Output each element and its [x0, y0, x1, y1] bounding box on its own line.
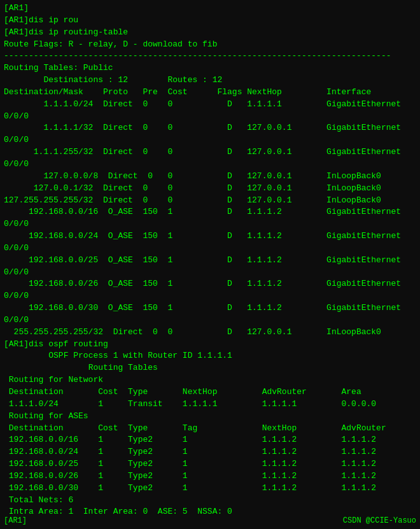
terminal-line: 1.1.1.255/32 Direct 0 0 D 127.0.0.1 Giga…: [4, 146, 416, 159]
terminal-line: 192.168.0.0/25 O_ASE 150 1 D 1.1.1.2 Gig…: [4, 255, 416, 267]
terminal-line: 192.168.0.0/16 O_ASE 150 1 D 1.1.1.2 Gig…: [4, 206, 416, 218]
terminal-line: Destination Cost Type NextHop AdvRouter …: [4, 386, 416, 399]
terminal-line: 1.1.1.1/32 Direct 0 0 D 127.0.0.1 Gigabi…: [4, 122, 416, 134]
terminal-line: 192.168.0.0/24 O_ASE 150 1 D 1.1.1.2 Gig…: [4, 230, 416, 243]
terminal-line: Total Nets: 6: [4, 495, 416, 507]
terminal-line: Destination/Mask Proto Pre Cost Flags Ne…: [4, 87, 416, 99]
terminal-line: [AR1]dis ospf routing: [4, 339, 416, 351]
terminal-line: OSPF Process 1 with Router ID 1.1.1.1: [4, 350, 416, 362]
terminal-line: 0/0/0: [4, 134, 416, 146]
terminal-line: Routing Tables: Public: [4, 62, 416, 74]
terminal-line: 127.0.0.1/32 Direct 0 0 D 127.0.0.1 InLo…: [4, 183, 416, 195]
terminal-line: 192.168.0.0/24 1 Type2 1 1.1.1.2 1.1.1.2: [4, 446, 416, 458]
terminal-line: Routing Tables: [4, 362, 416, 374]
terminal-line: 192.168.0.0/26 O_ASE 150 1 D 1.1.1.2 Gig…: [4, 278, 416, 290]
terminal-line: 0/0/0: [4, 290, 416, 302]
terminal-line: 0/0/0: [4, 218, 416, 230]
terminal-line: 0/0/0: [4, 111, 416, 123]
terminal-line: 192.168.0.0/30 1 Type2 1 1.1.1.2 1.1.1.2: [4, 483, 416, 495]
terminal-line: [AR1]dis ip routing-table: [4, 27, 416, 39]
terminal-line: 0/0/0: [4, 159, 416, 171]
terminal-line: 0/0/0: [4, 267, 416, 279]
terminal-window: [AR1][AR1]dis ip rou[AR1]dis ip routing-…: [0, 0, 420, 529]
terminal-line: 192.168.0.0/26 1 Type2 1 1.1.1.2 1.1.1.2: [4, 470, 416, 483]
terminal-line: 1.1.1.0/24 Direct 0 0 D 1.1.1.1 GigabitE…: [4, 99, 416, 111]
terminal-line: Route Flags: R - relay, D - download to …: [4, 39, 416, 51]
terminal-line: [AR1]dis ip rou: [4, 15, 416, 27]
terminal-line: 192.168.0.0/30 O_ASE 150 1 D 1.1.1.2 Gig…: [4, 302, 416, 314]
terminal-line: ----------------------------------------…: [4, 50, 416, 62]
bottom-prompt: [AR1]: [4, 516, 27, 525]
terminal-line: 255.255.255.255/32 Direct 0 0 D 127.0.0.…: [4, 327, 416, 339]
terminal-line: 0/0/0: [4, 243, 416, 255]
terminal-line: Routing for Network: [4, 374, 416, 386]
terminal-line: 127.0.0.0/8 Direct 0 0 D 127.0.0.1 InLoo…: [4, 171, 416, 183]
terminal-output: [AR1][AR1]dis ip rou[AR1]dis ip routing-…: [4, 3, 416, 518]
terminal-line: 192.168.0.0/16 1 Type2 1 1.1.1.2 1.1.1.2: [4, 434, 416, 446]
terminal-line: [AR1]: [4, 3, 416, 15]
terminal-line: 127.255.255.255/32 Direct 0 0 D 127.0.0.…: [4, 195, 416, 207]
watermark: CSDN @CCIE-Yasuo: [343, 516, 416, 525]
terminal-line: 192.168.0.0/25 1 Type2 1 1.1.1.2 1.1.1.2: [4, 458, 416, 470]
terminal-line: Routing for ASEs: [4, 411, 416, 423]
terminal-line: 1.1.1.0/24 1 Transit 1.1.1.1 1.1.1.1 0.0…: [4, 399, 416, 411]
terminal-line: Destination Cost Type Tag NextHop AdvRou…: [4, 423, 416, 435]
terminal-line: 0/0/0: [4, 314, 416, 327]
terminal-line: Destinations : 12 Routes : 12: [4, 74, 416, 87]
